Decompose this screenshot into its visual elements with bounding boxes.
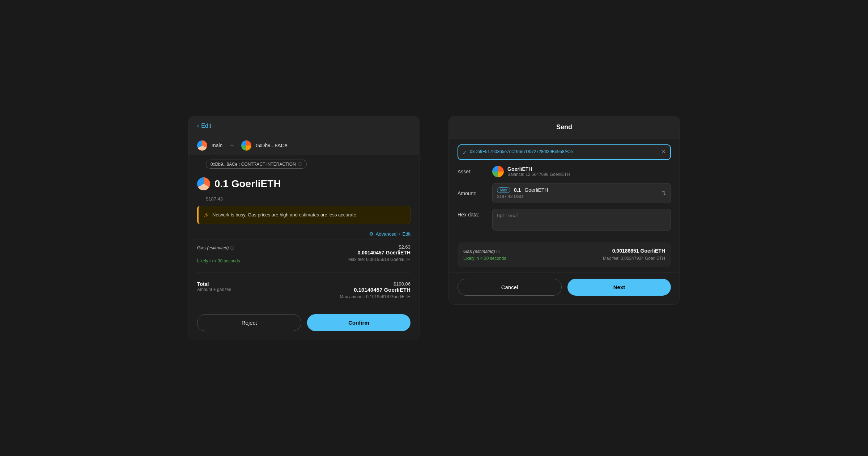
close-icon[interactable]: ✕ [661,149,666,155]
gas-section: Gas (estimated) ⓘ $2.63 0.00140457 Goerl… [188,240,419,268]
chevron-right-icon: › [399,232,400,237]
left-panel-header: ‹ Edit [188,116,419,136]
confirm-button[interactable]: Confirm [307,314,410,331]
to-account-icon [241,140,251,151]
amount-usd-small: $187.43 USD [497,194,548,199]
to-account-name: 0xDb9...8ACe [256,143,287,148]
amount-label: Amount: [458,190,486,196]
total-usd: $190.06 [354,281,410,287]
asset-display: GoerliETH Balance: 12.5647698 GoerliETH [492,166,570,177]
max-fee-text: Max fee: 0.00195618 GoerliETH [348,257,410,263]
right-max-fee-text: Max fee: 0.00247924 GoerliETH [603,256,665,261]
advanced-row: ⚙ Advanced › Edit [188,230,419,240]
amount-unit: GoerliETH [524,187,548,193]
hex-data-label: Hex data: [458,209,486,218]
cancel-button[interactable]: Cancel [458,279,562,296]
likely-text: Likely in < 30 seconds [197,258,240,263]
check-icon: ✓ [463,150,467,156]
contract-info-icon[interactable]: ⓘ [298,161,302,167]
amount-input-left: Max 0.1 GoerliETH $187.43 USD [497,187,548,199]
total-sublabel: Amount + gas fee [197,287,231,292]
gas-label-group: Gas (estimated) ⓘ [197,244,234,251]
right-gas-eth: 0.00186851 GoerliETH [612,248,665,254]
right-gas-label-group: Gas (estimated) ⓘ [463,248,500,254]
left-panel: ‹ Edit main → 0xDb9...8ACe 0xDb9...8ACe … [188,116,420,340]
hex-data-row: Hex data: [458,209,671,231]
asset-name: GoerliETH [507,166,570,172]
warning-text: Network is busy. Gas prices are high and… [212,211,358,219]
asset-label: Asset: [458,169,486,174]
contract-badge-text: 0xDb9...8ACe : CONTRACT INTERACTION [210,162,296,167]
edit-link[interactable]: Edit [403,231,410,237]
gear-icon: ⚙ [369,231,374,237]
warning-box: ⚠ Network is busy. Gas prices are high a… [197,206,410,224]
next-button[interactable]: Next [567,279,671,296]
total-header-row: Total Amount + gas fee $190.06 0.1014045… [197,281,410,293]
gas-right: $2.63 0.00140457 GoerliETH [358,244,410,256]
reject-button[interactable]: Reject [197,314,301,331]
right-gas-header-row: Gas (estimated) ⓘ 0.00186851 GoerliETH [463,248,665,254]
right-gas-info-icon[interactable]: ⓘ [496,249,500,254]
right-gas-box: Gas (estimated) ⓘ 0.00186851 GoerliETH L… [458,242,671,267]
address-bar: ✓ 0xDb9F51790365e7dc196e7D072728df39Be95… [458,144,671,160]
gas-row: Gas (estimated) ⓘ $2.63 0.00140457 Goerl… [197,244,410,256]
form-section: Asset: GoerliETH Balance: 12.5647698 Goe… [449,160,680,242]
back-arrow-icon: ‹ [197,123,199,129]
gas-estimated-label: (estimated) [207,245,229,250]
right-panel-title: Send [556,123,572,131]
right-panel: Send ✓ 0xDb9F51790365e7dc196e7D072728df3… [448,116,680,305]
transfer-arrow-icon: → [229,142,235,149]
swap-icon[interactable]: ⇅ [661,190,666,197]
transaction-amount-section: 0.1 GoerliETH [188,174,419,196]
gas-label: Gas (estimated) [197,245,230,250]
max-amount-text: Max amount: 0.10195618 GoerliETH [340,294,410,299]
right-gas-label: Gas (estimated) [463,249,496,254]
gas-eth: 0.00140457 GoerliETH [358,250,410,256]
contract-badge-wrap: 0xDb9...8ACe : CONTRACT INTERACTION ⓘ [188,155,419,174]
advanced-link[interactable]: Advanced [376,231,397,237]
divider [197,272,410,273]
amount-row: Amount: Max 0.1 GoerliETH $187.43 USD ⇅ [458,183,671,203]
total-label: Total Amount + gas fee [197,281,231,292]
contract-badge: 0xDb9...8ACe : CONTRACT INTERACTION ⓘ [206,160,307,169]
max-badge[interactable]: Max [497,187,510,193]
amount-value: 0.1 [514,187,521,193]
gas-info-icon[interactable]: ⓘ [230,246,234,250]
from-account-name: main [212,143,222,148]
amount-value-row: Max 0.1 GoerliETH [497,187,548,193]
right-likely-text: Likely in < 30 seconds [463,256,506,261]
warning-icon: ⚠ [204,212,209,219]
left-buttons-row: Reject Confirm [188,308,419,340]
right-panel-header: Send [449,116,680,139]
asset-info: GoerliETH Balance: 12.5647698 GoerliETH [507,166,570,177]
transaction-usd: $187.43 [188,196,419,202]
asset-row: Asset: GoerliETH Balance: 12.5647698 Goe… [458,166,671,177]
total-eth: 0.10140457 GoerliETH [354,287,410,293]
amount-input-box[interactable]: Max 0.1 GoerliETH $187.43 USD ⇅ [492,183,671,203]
right-gas-estimated-label: (estimated) [473,249,495,254]
back-button[interactable]: ‹ Edit [197,123,211,129]
total-section: Total Amount + gas fee $190.06 0.1014045… [188,277,419,308]
eth-logo-icon [197,177,210,190]
asset-icon [492,166,504,177]
transaction-amount: 0.1 GoerliETH [214,178,281,190]
asset-balance: Balance: 12.5647698 GoerliETH [507,172,570,177]
hex-data-input[interactable] [492,209,671,231]
total-right: $190.06 0.10140457 GoerliETH [354,281,410,293]
gas-usd: $2.63 [358,244,410,250]
from-account-icon [197,140,207,151]
address-text: 0xDb9F51790365e7dc196e7D072728df39Be958A… [470,149,659,155]
right-buttons-row: Cancel Next [449,273,680,304]
account-row: main → 0xDb9...8ACe [188,136,419,155]
total-subrow: Max amount: 0.10195618 GoerliETH [197,294,410,299]
back-label: Edit [201,123,211,129]
